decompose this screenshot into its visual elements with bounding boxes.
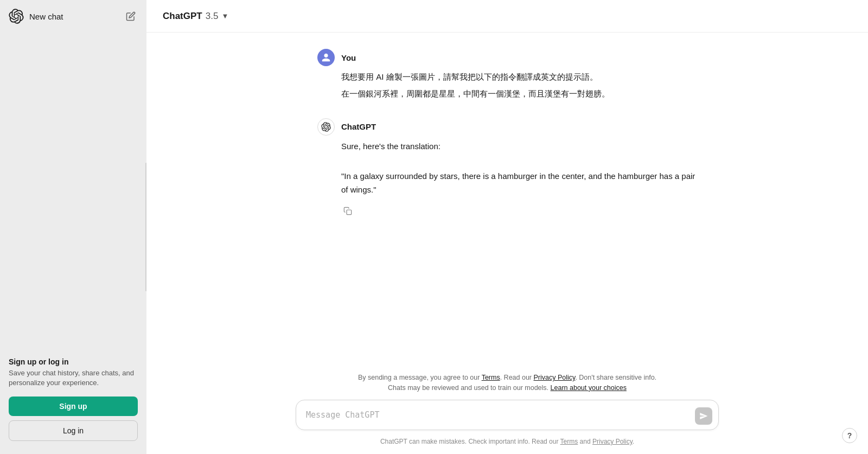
copy-button[interactable] (341, 204, 354, 218)
user-line-1: 我想要用 AI 繪製一張圖片，請幫我把以下的指令翻譯成英文的提示語。 (341, 71, 697, 84)
terms-link[interactable]: Terms (482, 374, 500, 381)
sidebar-header: New chat (0, 0, 146, 33)
logo-area: New chat (9, 9, 63, 24)
chat-content: You 我想要用 AI 繪製一張圖片，請幫我把以下的指令翻譯成英文的提示語。 在… (296, 49, 719, 236)
chevron-down-icon: ▼ (221, 12, 228, 20)
input-container (296, 400, 719, 433)
signup-desc: Save your chat history, share chats, and… (9, 368, 138, 388)
help-button[interactable]: ? (842, 428, 857, 443)
footer-note: ChatGPT can make mistakes. Check importa… (296, 438, 719, 445)
gpt-line-1: Sure, here's the translation: (341, 140, 697, 154)
user-avatar (317, 49, 335, 66)
gpt-avatar (317, 118, 335, 136)
footer-terms-link[interactable]: Terms (560, 438, 578, 445)
user-message-header: You (317, 49, 697, 66)
svg-rect-0 (347, 210, 352, 215)
sidebar-body (0, 33, 146, 347)
gpt-message: ChatGPT Sure, here's the translation: "I… (317, 118, 697, 220)
copy-icon (343, 207, 352, 215)
signup-title: Sign up or log in (9, 357, 138, 366)
footer-privacy-link[interactable]: Privacy Policy (592, 438, 633, 445)
sidebar: New chat Sign up or log in Save your cha… (0, 0, 146, 454)
chat-area: You 我想要用 AI 繪製一張圖片，請幫我把以下的指令翻譯成英文的提示語。 在… (146, 33, 868, 373)
input-wrapper: By sending a message, you agree to our T… (296, 373, 719, 445)
gpt-sender-name: ChatGPT (341, 122, 376, 131)
send-icon (699, 412, 708, 420)
edit-chat-button[interactable] (124, 9, 138, 23)
gpt-message-header: ChatGPT (317, 118, 697, 136)
privacy-link[interactable]: Privacy Policy (534, 374, 576, 381)
user-message: You 我想要用 AI 繪製一張圖片，請幫我把以下的指令翻譯成英文的提示語。 在… (317, 49, 697, 101)
user-icon (321, 53, 331, 62)
gpt-message-body: Sure, here's the translation: "In a gala… (317, 140, 697, 220)
edit-icon (126, 11, 136, 21)
topbar: ChatGPT 3.5 ▼ (146, 0, 868, 33)
signup-button[interactable]: Sign up (9, 397, 138, 416)
user-line-2: 在一個銀河系裡，周圍都是星星，中間有一個漢堡，而且漢堡有一對翅膀。 (341, 87, 697, 101)
model-selector-button[interactable]: ChatGPT 3.5 ▼ (157, 8, 234, 25)
choices-link[interactable]: Learn about your choices (551, 384, 627, 392)
login-button[interactable]: Log in (9, 420, 138, 441)
message-input[interactable] (296, 400, 719, 431)
main-content: ChatGPT 3.5 ▼ You 我想要用 AI 繪製一張圖片，請幫我把以下的… (146, 0, 868, 454)
sidebar-footer: Sign up or log in Save your chat history… (0, 347, 146, 454)
user-sender-name: You (341, 53, 356, 62)
model-name: ChatGPT (163, 11, 202, 22)
bottom-area: By sending a message, you agree to our T… (146, 373, 868, 454)
openai-avatar-icon (321, 122, 331, 132)
model-version: 3.5 (206, 11, 219, 22)
openai-logo-icon (9, 9, 24, 24)
user-message-body: 我想要用 AI 繪製一張圖片，請幫我把以下的指令翻譯成英文的提示語。 在一個銀河… (317, 71, 697, 101)
legal-notice: By sending a message, you agree to our T… (296, 373, 719, 393)
send-button[interactable] (695, 407, 712, 425)
new-chat-label: New chat (29, 12, 63, 21)
gpt-line-2: "In a galaxy surrounded by stars, there … (341, 170, 697, 197)
